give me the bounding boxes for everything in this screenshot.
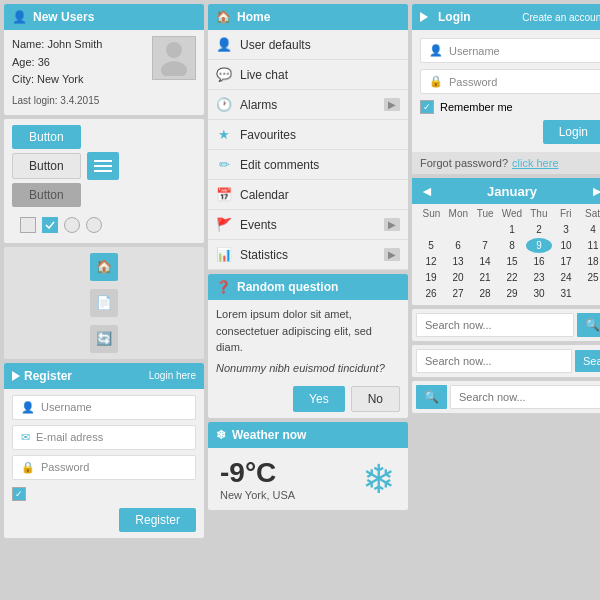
question-icon: ❓: [216, 280, 231, 294]
calendar-day[interactable]: 20: [445, 270, 471, 285]
calendar-day[interactable]: 25: [580, 270, 600, 285]
register-username-input[interactable]: 👤 Username: [12, 395, 196, 420]
calendar-day[interactable]: 30: [526, 286, 552, 301]
calendar-next[interactable]: ►: [590, 183, 600, 199]
calendar-day[interactable]: 4: [580, 222, 600, 237]
calendar-day[interactable]: 31: [553, 286, 579, 301]
search-input-1[interactable]: [416, 313, 574, 337]
calendar-day[interactable]: 18: [580, 254, 600, 269]
calendar-day[interactable]: 21: [472, 270, 498, 285]
weather-panel: ❄ Weather now -9°C New York, USA ❄: [208, 422, 408, 510]
login-play-icon: [420, 12, 428, 22]
calendar-day[interactable]: 28: [472, 286, 498, 301]
search-icon-button-1[interactable]: 🔍: [577, 313, 600, 337]
light-button[interactable]: Button: [12, 153, 81, 179]
register-password-input[interactable]: 🔒 Password: [12, 455, 196, 480]
new-users-title: New Users: [33, 10, 94, 24]
nav-refresh-icon[interactable]: 🔄: [90, 325, 118, 353]
calendar-day[interactable]: 7: [472, 238, 498, 253]
menu-item-live-chat[interactable]: 💬 Live chat: [208, 60, 408, 90]
register-header: Register Login here: [4, 363, 204, 389]
login-username-placeholder: Username: [449, 45, 500, 57]
blue-button[interactable]: Button: [12, 125, 81, 149]
create-account-link[interactable]: Create an account: [522, 12, 600, 23]
calendar-day[interactable]: 16: [526, 254, 552, 269]
calendar-day[interactable]: 3: [553, 222, 579, 237]
dark-button[interactable]: Button: [12, 183, 81, 207]
checkbox-unchecked[interactable]: [20, 217, 36, 233]
username-icon: 👤: [21, 401, 35, 414]
new-users-header: 👤 New Users: [4, 4, 204, 30]
no-button[interactable]: No: [351, 386, 400, 412]
radio-unchecked[interactable]: [64, 217, 80, 233]
menu-label: Favourites: [240, 128, 400, 142]
search-button-2[interactable]: Search: [575, 350, 600, 372]
edit-icon: ✏: [216, 157, 232, 172]
calendar-day[interactable]: 1: [499, 222, 525, 237]
calendar-day[interactable]: 22: [499, 270, 525, 285]
calendar-day[interactable]: 29: [499, 286, 525, 301]
menu-item-favourites[interactable]: ★ Favourites: [208, 120, 408, 150]
login-username-input[interactable]: 👤 Username: [420, 38, 600, 63]
menu-arrow: ▶: [384, 218, 400, 231]
menu-item-alarms[interactable]: 🕐 Alarms ▶: [208, 90, 408, 120]
register-button[interactable]: Register: [119, 508, 196, 532]
home-title: Home: [237, 10, 270, 24]
checkbox-checked[interactable]: [42, 217, 58, 233]
forgot-password-link[interactable]: click here: [512, 157, 558, 169]
remember-me-label: Remember me: [440, 101, 513, 113]
calendar-day[interactable]: 12: [418, 254, 444, 269]
password-icon: 🔒: [21, 461, 35, 474]
home-menu-list: 👤 User defaults 💬 Live chat 🕐 Alarms ▶ ★…: [208, 30, 408, 270]
login-button[interactable]: Login: [543, 120, 600, 144]
calendar-day[interactable]: 27: [445, 286, 471, 301]
register-play-icon: [12, 371, 20, 381]
nav-page-icon[interactable]: 📄: [90, 289, 118, 317]
search-input-2[interactable]: [416, 349, 572, 373]
calendar-day[interactable]: 15: [499, 254, 525, 269]
user-avatar: [152, 36, 196, 80]
register-checkbox[interactable]: ✓: [12, 487, 26, 501]
calendar-day[interactable]: 2: [526, 222, 552, 237]
menu-item-calendar[interactable]: 📅 Calendar: [208, 180, 408, 210]
login-lock-icon: 🔒: [429, 75, 443, 88]
calendar-day[interactable]: 5: [418, 238, 444, 253]
calendar-prev[interactable]: ◄: [420, 183, 434, 199]
calendar-day[interactable]: 26: [418, 286, 444, 301]
yes-button[interactable]: Yes: [293, 386, 345, 412]
calendar-day[interactable]: 6: [445, 238, 471, 253]
register-email-input[interactable]: ✉ E-mail adress: [12, 425, 196, 450]
menu-item-edit-comments[interactable]: ✏ Edit comments: [208, 150, 408, 180]
new-users-panel: 👤 New Users Name: John Smith Age: 36 Cit…: [4, 4, 204, 115]
login-password-input[interactable]: 🔒 Password: [420, 69, 600, 94]
search-input-3[interactable]: [450, 385, 600, 409]
nav-home-icon[interactable]: 🏠: [90, 253, 118, 281]
menu-item-events[interactable]: 🚩 Events ▶: [208, 210, 408, 240]
calendar-day-headers: Sun Mon Tue Wed Thu Fri Sat: [418, 208, 600, 219]
calendar-day[interactable]: 11: [580, 238, 600, 253]
calendar-day[interactable]: 8: [499, 238, 525, 253]
user-info: Name: John Smith Age: 36 City: New York …: [12, 36, 144, 109]
svg-point-0: [166, 42, 182, 58]
menu-item-statistics[interactable]: 📊 Statistics ▶: [208, 240, 408, 270]
hamburger-menu[interactable]: [87, 152, 119, 180]
calendar-day[interactable]: 23: [526, 270, 552, 285]
question-header: ❓ Random question: [208, 274, 408, 300]
calendar-day[interactable]: 13: [445, 254, 471, 269]
radio-unchecked2[interactable]: [86, 217, 102, 233]
search-icon-button-3[interactable]: 🔍: [416, 385, 447, 409]
alarms-icon: 🕐: [216, 97, 232, 112]
login-panel: Login Create an account 👤 Username 🔒 Pas…: [412, 4, 600, 174]
calendar-day[interactable]: 14: [472, 254, 498, 269]
calendar-day[interactable]: 17: [553, 254, 579, 269]
menu-item-user-defaults[interactable]: 👤 User defaults: [208, 30, 408, 60]
weather-temperature: -9°C: [220, 457, 295, 489]
calendar-day[interactable]: 24: [553, 270, 579, 285]
calendar-day[interactable]: 19: [418, 270, 444, 285]
calendar-day[interactable]: 10: [553, 238, 579, 253]
remember-checkbox[interactable]: ✓: [420, 100, 434, 114]
login-here-link[interactable]: Login here: [149, 370, 196, 381]
menu-label: Events: [240, 218, 376, 232]
question-subtext: Nonummy nibh euismod tincidunt?: [216, 360, 400, 377]
calendar-day[interactable]: 9: [526, 238, 552, 253]
